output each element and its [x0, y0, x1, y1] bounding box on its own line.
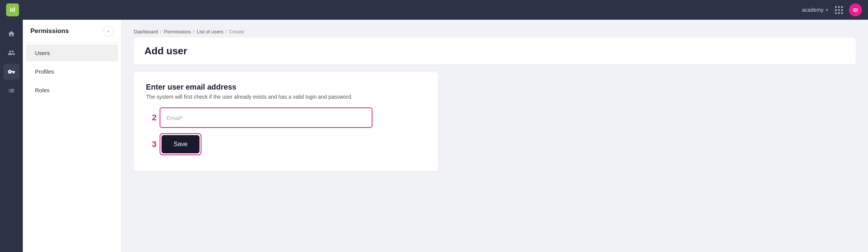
breadcrumb-dashboard[interactable]: Dashboard [134, 29, 158, 35]
annotation-3: 3 [146, 139, 157, 149]
user-avatar[interactable]: ID [849, 3, 862, 16]
page-title-card: Add user [134, 38, 856, 65]
sidebar-item-list[interactable] [3, 83, 19, 99]
workspace-selector[interactable]: academy ▼ [802, 7, 829, 13]
sidebar-nav-profiles-label: Profiles [35, 68, 54, 75]
breadcrumb-sep-2: / [193, 29, 195, 35]
chevron-down-icon: ▼ [825, 8, 829, 12]
annotation-2: 2 [146, 113, 157, 123]
sidebar-item-home[interactable] [3, 26, 19, 42]
main-content: Dashboard / Permissions / List of users … [122, 20, 868, 252]
sidebar-item-key[interactable] [3, 64, 19, 80]
collapse-sidebar-button[interactable]: ‹ [103, 26, 114, 36]
page-title: Add user [144, 45, 845, 57]
sidebar-nav-users-label: Users [35, 50, 50, 56]
panel-sidebar-header: Permissions ‹ [23, 20, 121, 43]
breadcrumb-list-users[interactable]: List of users [197, 29, 223, 35]
breadcrumb-permissions[interactable]: Permissions [164, 29, 191, 35]
panel-sidebar-title: Permissions [30, 27, 69, 35]
topnav-right: academy ▼ ID [802, 3, 862, 16]
chevron-left-icon: ‹ [108, 28, 109, 34]
icon-sidebar [0, 20, 23, 252]
breadcrumb: Dashboard / Permissions / List of users … [134, 29, 856, 35]
sidebar-nav-roles[interactable]: Roles [26, 82, 118, 99]
save-row: 3 Save [146, 133, 426, 155]
panel-sidebar-nav: Users Profiles Roles [23, 44, 121, 99]
list-icon [8, 87, 15, 94]
save-button[interactable]: Save [162, 135, 200, 153]
email-input[interactable] [160, 107, 372, 128]
top-navigation: id academy ▼ ID [0, 0, 868, 20]
logo: id [6, 3, 19, 16]
panel-sidebar: Permissions ‹ Users Profiles Roles [23, 20, 122, 252]
breadcrumb-sep-1: / [160, 29, 162, 35]
save-button-wrapper: Save [160, 133, 201, 155]
main-layout: Permissions ‹ Users Profiles Roles Dashb… [0, 20, 868, 252]
breadcrumb-create: Create [229, 29, 244, 35]
workspace-name: academy [802, 7, 824, 13]
form-section-title: Enter user email address [146, 83, 426, 91]
key-icon [8, 68, 15, 76]
sidebar-item-users[interactable] [3, 45, 19, 61]
home-icon [8, 30, 15, 38]
apps-grid-icon[interactable] [835, 6, 843, 14]
sidebar-nav-users[interactable]: Users [26, 44, 118, 61]
breadcrumb-sep-3: / [226, 29, 227, 35]
form-section-desc: The system will first check if the user … [146, 94, 426, 100]
content-inner: Dashboard / Permissions / List of users … [122, 20, 868, 180]
form-card: Enter user email address The system will… [134, 72, 438, 171]
sidebar-nav-roles-label: Roles [35, 87, 49, 93]
users-icon [8, 49, 15, 57]
topnav-left: id [6, 3, 19, 16]
email-row: 2 [146, 107, 426, 128]
sidebar-nav-profiles[interactable]: Profiles [26, 63, 118, 80]
